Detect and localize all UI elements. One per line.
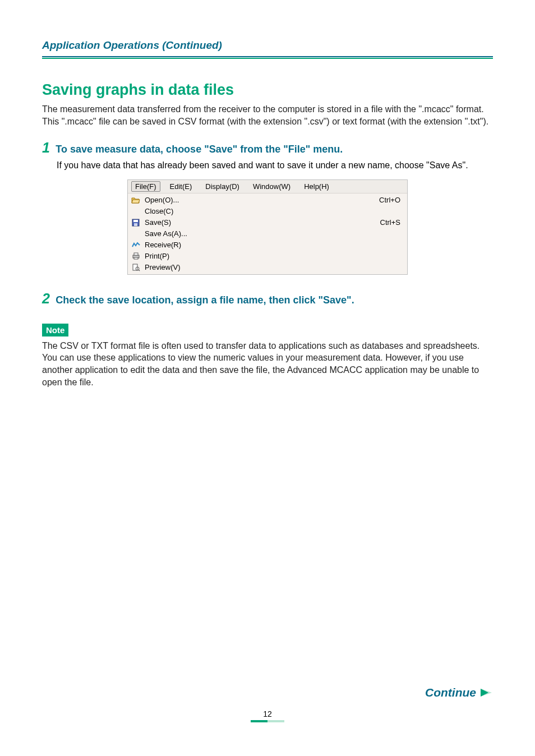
printer-icon [128,252,144,260]
receive-icon [128,242,144,248]
page-number: 12 [42,709,493,718]
svg-rect-1 [133,220,138,222]
section-intro: The measurement data transferred from th… [42,103,493,127]
svg-rect-2 [134,223,137,226]
menu-item-open[interactable]: Open(O)... Ctrl+O [128,195,407,206]
note-text: The CSV or TXT format file is often used… [42,340,493,388]
menu-item-save[interactable]: Save(S) Ctrl+S [128,217,407,228]
page-progress-bar [251,720,284,722]
tab-help[interactable]: Help(H) [300,181,333,192]
page-magnifier-icon [128,264,144,271]
tab-file[interactable]: File(F) [131,181,160,192]
note-badge: Note [42,324,68,336]
menu-item-label: Preview(V) [144,263,368,271]
section-title: Saving graphs in data files [42,81,493,99]
menu-item-label: Save As(A)... [144,229,368,238]
tab-display[interactable]: Display(D) [201,181,243,192]
menu-item-label: Save(S) [144,218,368,227]
menu-item-close[interactable]: Close(C) [128,206,407,217]
save-icon [128,219,144,227]
header-rule [42,56,493,59]
step-number: 2 [42,291,50,306]
menu-item-preview[interactable]: Preview(V) [128,262,407,273]
menu-item-shortcut: Ctrl+O [368,196,407,204]
tab-edit[interactable]: Edit(E) [166,181,196,192]
header-title: Application Operations (Continued) [42,39,493,52]
svg-rect-4 [134,253,138,255]
tab-window[interactable]: Window(W) [249,181,294,192]
menu-item-label: Receive(R) [144,241,368,249]
footer: Continue 12 [42,686,493,722]
svg-marker-10 [481,689,488,697]
menu-item-receive[interactable]: Receive(R) [128,239,407,251]
menu-item-save-as[interactable]: Save As(A)... [128,228,407,239]
step-number: 1 [42,140,50,155]
folder-open-icon [128,196,144,204]
menu-item-shortcut: Ctrl+S [368,218,407,227]
menu-screenshot: File(F) Edit(E) Display(D) Window(W) Hel… [42,179,493,275]
menu-item-label: Open(O)... [144,196,368,204]
svg-line-8 [139,270,140,271]
menu-item-label: Print(P) [144,252,368,260]
continue-arrow-icon [479,688,493,698]
step-body: If you have data that has already been s… [57,159,493,172]
step-heading: To save measure data, choose "Save" from… [56,144,343,155]
continue-label: Continue [425,686,476,699]
menu-bar: File(F) Edit(E) Display(D) Window(W) Hel… [128,180,407,193]
step-1: 1 To save measure data, choose "Save" fr… [42,140,493,156]
menu-item-label: Close(C) [144,207,368,215]
step-heading: Check the save location, assign a file n… [56,294,354,306]
menu-item-print[interactable]: Print(P) [128,251,407,262]
step-2: 2 Check the save location, assign a file… [42,291,493,307]
svg-rect-5 [134,257,138,259]
menu-list: Open(O)... Ctrl+O Close(C) Save(S) Ctrl+… [128,193,407,274]
